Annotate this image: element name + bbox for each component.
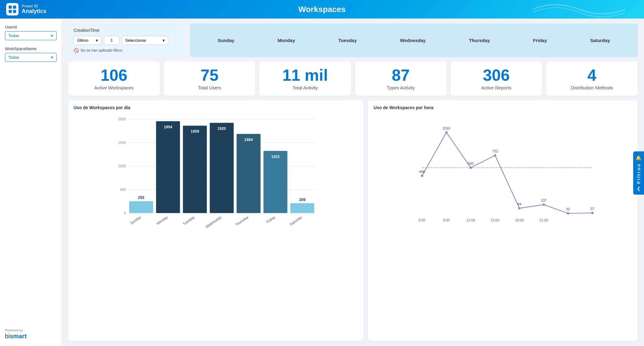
userid-select[interactable]: Todas ▾	[5, 31, 57, 40]
workspace-select[interactable]: Todas ▾	[5, 53, 57, 62]
kpi-label-1: Total Users	[198, 85, 221, 90]
svg-text:37: 37	[591, 207, 595, 211]
svg-rect-32	[290, 203, 314, 213]
svg-text:12:00: 12:00	[467, 218, 476, 222]
svg-text:15:00: 15:00	[491, 218, 500, 222]
filtros-label: Filtros	[636, 163, 641, 184]
kpi-row: 106 Active Workspaces 75 Total Users 11 …	[68, 62, 638, 96]
ultimo-value: Último	[77, 38, 88, 43]
svg-text:0: 0	[124, 211, 126, 215]
kpi-number-0: 106	[100, 67, 127, 83]
svg-text:6:00: 6:00	[419, 218, 425, 222]
kpi-label-2: Total Activity	[292, 85, 318, 90]
svg-text:1010: 1010	[442, 126, 450, 130]
header: Power BI Analytics Workspaces	[0, 0, 644, 19]
svg-text:Saturday: Saturday	[289, 215, 303, 226]
svg-text:1322: 1322	[271, 155, 280, 159]
day-tuesday[interactable]: Tuesday	[335, 36, 360, 45]
svg-text:Tuesday: Tuesday	[182, 215, 195, 226]
seleccionar-chevron: ▾	[163, 38, 165, 43]
svg-rect-23	[210, 123, 233, 213]
kpi-card-3: 87 Types Activity	[355, 62, 447, 96]
svg-text:486: 486	[419, 170, 425, 173]
filtros-tab[interactable]: 🔔 Filtros ❮	[633, 151, 644, 195]
logo-icon	[6, 3, 19, 15]
svg-text:32: 32	[566, 207, 570, 211]
collapse-chevron: ❮	[637, 186, 641, 191]
bar-chart: 0500100015002000252Sunday1954Monday1859T…	[74, 113, 358, 231]
seleccionar-select[interactable]: Seleccionar ▾	[122, 36, 168, 45]
kpi-label-3: Types Activity	[387, 85, 415, 90]
creation-time-controls: Último ▾ Seleccionar ▾	[74, 36, 180, 45]
svg-text:9:00: 9:00	[443, 218, 450, 222]
logo-text: Power BI Analytics	[22, 4, 46, 15]
day-sunday[interactable]: Sunday	[215, 36, 237, 45]
svg-rect-3	[13, 10, 16, 13]
day-thursday[interactable]: Thursday	[466, 36, 493, 45]
svg-point-36	[421, 175, 424, 177]
sound-icon: 🔔	[636, 155, 642, 160]
userid-label: UserId	[5, 25, 57, 29]
kpi-card-1: 75 Total Users	[164, 62, 255, 96]
bar-chart-title: Uso de Workspaces por día	[74, 105, 358, 110]
svg-text:Wednesday: Wednesday	[205, 215, 222, 229]
day-saturday[interactable]: Saturday	[587, 36, 613, 45]
svg-point-48	[518, 207, 521, 210]
main-layout: UserId Todas ▾ WorkSpaceName Todas ▾ Pow…	[0, 19, 644, 346]
svg-text:209: 209	[299, 198, 305, 202]
line-chart-card: Uso de Workspaces por hora 4866:0010109:…	[368, 100, 638, 341]
svg-rect-26	[237, 134, 260, 213]
svg-point-56	[591, 212, 594, 214]
svg-text:21:00: 21:00	[540, 218, 548, 222]
workspace-label: WorkSpaceName	[5, 46, 57, 51]
kpi-label-5: Distribution Methods	[571, 85, 613, 90]
svg-point-54	[567, 212, 569, 215]
number-input[interactable]	[104, 36, 119, 45]
svg-rect-29	[263, 151, 287, 213]
svg-rect-17	[156, 121, 180, 213]
page-title: Workspaces	[298, 5, 346, 14]
svg-text:Sunday: Sunday	[130, 215, 142, 225]
ultimo-select[interactable]: Último ▾	[74, 36, 101, 45]
svg-text:500: 500	[120, 188, 126, 191]
kpi-number-1: 75	[201, 67, 219, 83]
line-chart-title: Uso de Workspaces por hora	[373, 105, 632, 110]
svg-rect-1	[13, 6, 16, 9]
kpi-card-4: 306 Active Reports	[450, 62, 542, 96]
svg-text:Monday: Monday	[156, 215, 168, 225]
svg-text:732: 732	[492, 149, 498, 153]
svg-point-51	[543, 203, 545, 206]
content-area: CreationTime Último ▾ Seleccionar ▾ 🚫 No…	[62, 19, 644, 346]
bismart-logo: bismart	[5, 333, 27, 340]
ultimo-chevron: ▾	[96, 38, 98, 43]
no-filters-text: No se han aplicado filtros	[81, 48, 122, 53]
top-filter-row: CreationTime Último ▾ Seleccionar ▾ 🚫 No…	[68, 23, 638, 57]
bar-chart-card: Uso de Workspaces por día 05001000150020…	[68, 100, 364, 341]
svg-text:1920: 1920	[217, 126, 226, 131]
svg-text:1684: 1684	[244, 138, 253, 142]
svg-rect-2	[9, 10, 12, 13]
svg-text:94: 94	[518, 202, 522, 206]
filter-icon: 🚫	[74, 48, 79, 53]
svg-text:1859: 1859	[191, 129, 199, 134]
svg-text:1954: 1954	[164, 125, 173, 129]
kpi-number-4: 306	[483, 67, 510, 83]
header-wave	[533, 0, 625, 19]
svg-rect-0	[9, 6, 12, 9]
day-friday[interactable]: Friday	[530, 36, 550, 45]
svg-rect-20	[183, 126, 207, 213]
svg-point-45	[494, 154, 497, 157]
kpi-label-0: Active Workspaces	[94, 85, 134, 90]
logo-line2: Analytics	[22, 8, 46, 14]
powered-by-text: Powered by	[5, 328, 23, 332]
svg-text:252: 252	[138, 195, 144, 200]
no-filters-row: 🚫 No se han aplicado filtros	[74, 48, 180, 53]
day-wednesday[interactable]: Wednesday	[397, 36, 429, 45]
kpi-card-2: 11 mil Total Activity	[259, 62, 351, 96]
day-selector-card: Sunday Monday Tuesday Wednesday Thursday…	[190, 23, 638, 57]
workspace-value: Todas	[8, 55, 19, 60]
svg-text:Friday: Friday	[266, 215, 276, 224]
day-monday[interactable]: Monday	[275, 36, 298, 45]
svg-rect-14	[129, 201, 153, 213]
userid-value: Todas	[8, 33, 19, 38]
